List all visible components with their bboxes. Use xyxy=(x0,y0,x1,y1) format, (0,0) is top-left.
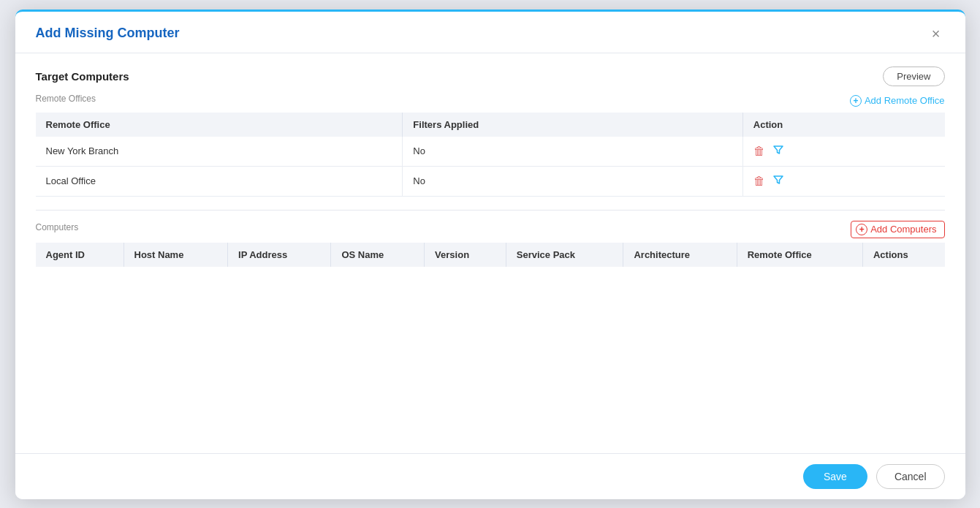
remote-offices-header-row: Remote Offices + Add Remote Office xyxy=(36,94,945,108)
col-agent-id: Agent ID xyxy=(36,243,124,267)
action-cell: 🗑 xyxy=(742,166,944,196)
action-cell: 🗑 xyxy=(742,137,944,167)
save-button[interactable]: Save xyxy=(803,464,867,489)
target-computers-header: Target Computers Preview xyxy=(36,67,945,86)
preview-button[interactable]: Preview xyxy=(883,67,944,86)
filters-applied-value: No xyxy=(403,166,742,196)
delete-icon[interactable]: 🗑 xyxy=(753,175,765,188)
col-architecture: Architecture xyxy=(623,243,737,267)
modal-title: Add Missing Computer xyxy=(36,26,180,41)
col-remote-office-comp: Remote Office xyxy=(737,243,862,267)
add-computers-button[interactable]: + Add Computers xyxy=(851,221,944,238)
modal-body: Target Computers Preview Remote Offices … xyxy=(15,53,965,499)
add-computers-label: Add Computers xyxy=(870,224,936,235)
computers-header-row: Computers + Add Computers xyxy=(36,221,945,238)
plus-circle-computers-icon: + xyxy=(856,224,867,235)
computers-thead: Agent ID Host Name IP Address OS Name Ve… xyxy=(36,243,945,267)
computers-label: Computers xyxy=(36,222,79,232)
cancel-button[interactable]: Cancel xyxy=(876,464,945,489)
table-row: New York Branch No 🗑 xyxy=(36,137,945,167)
add-missing-computer-modal: Add Missing Computer × Target Computers … xyxy=(15,10,965,499)
remote-offices-table: Remote Office Filters Applied Action New… xyxy=(36,113,945,197)
col-actions-comp: Actions xyxy=(862,243,944,267)
add-remote-office-label: Add Remote Office xyxy=(865,95,945,106)
col-action: Action xyxy=(742,113,944,137)
remote-office-name: New York Branch xyxy=(36,137,403,167)
modal-header: Add Missing Computer × xyxy=(15,12,965,53)
remote-offices-label: Remote Offices xyxy=(36,94,96,104)
filter-icon[interactable] xyxy=(772,174,784,189)
filter-icon[interactable] xyxy=(772,144,784,159)
modal-footer: Save Cancel xyxy=(15,453,965,499)
add-remote-office-button[interactable]: + Add Remote Office xyxy=(850,95,945,107)
col-remote-office: Remote Office xyxy=(36,113,403,137)
remote-office-name: Local Office xyxy=(36,166,403,196)
col-service-pack: Service Pack xyxy=(506,243,623,267)
col-os-name: OS Name xyxy=(331,243,425,267)
remote-offices-section: Remote Offices + Add Remote Office Remot… xyxy=(36,94,945,197)
target-computers-title: Target Computers xyxy=(36,70,129,83)
section-divider xyxy=(36,210,945,211)
computers-table: Agent ID Host Name IP Address OS Name Ve… xyxy=(36,243,945,267)
close-button[interactable]: × xyxy=(927,25,945,42)
filters-applied-value: No xyxy=(403,137,742,167)
computers-section: Computers + Add Computers Agent ID Host … xyxy=(36,221,945,267)
remote-offices-tbody: New York Branch No 🗑 Local Office No 🗑 xyxy=(36,137,945,197)
remote-offices-header-row-table: Remote Office Filters Applied Action xyxy=(36,113,945,137)
col-ip-address: IP Address xyxy=(228,243,331,267)
plus-circle-icon: + xyxy=(850,95,862,107)
col-version: Version xyxy=(425,243,506,267)
delete-icon[interactable]: 🗑 xyxy=(753,145,765,158)
remote-offices-thead: Remote Office Filters Applied Action xyxy=(36,113,945,137)
col-host-name: Host Name xyxy=(124,243,228,267)
table-row: Local Office No 🗑 xyxy=(36,166,945,196)
computers-header-row-table: Agent ID Host Name IP Address OS Name Ve… xyxy=(36,243,945,267)
col-filters-applied: Filters Applied xyxy=(403,113,742,137)
